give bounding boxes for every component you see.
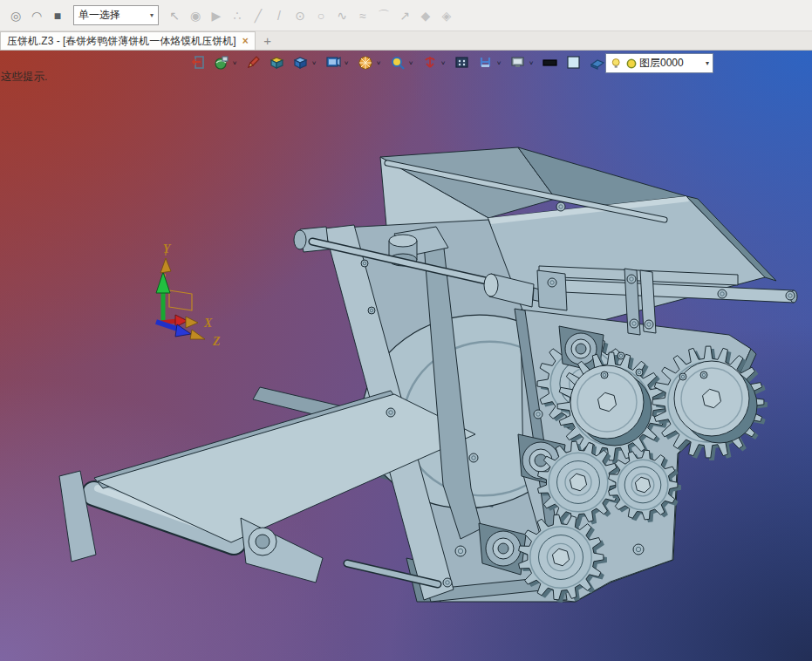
snap-filter-icon[interactable]: ◉: [185, 6, 206, 25]
chevron-down-icon[interactable]: ˅: [406, 59, 415, 67]
tab-bar: 压饼机.Z3 - [春饼烤鸭饼薄饼机一体烙馍机压饼机] × +: [0, 31, 812, 51]
surface-trim-icon[interactable]: ◈: [436, 6, 457, 25]
surface-icon[interactable]: ◆: [415, 6, 436, 25]
blue-swatch-icon[interactable]: [565, 54, 583, 72]
polyline-icon[interactable]: /: [269, 6, 290, 25]
chevron-down-icon[interactable]: ˅: [342, 59, 351, 67]
snap-grid-icon[interactable]: [454, 54, 471, 72]
axis-label-y: Y: [163, 242, 172, 256]
point-cloud-icon[interactable]: ∴: [227, 6, 248, 25]
circle-icon[interactable]: ○: [310, 6, 331, 25]
layer-bulb-icon: [610, 57, 623, 70]
lasso-curve-icon[interactable]: ◠: [26, 6, 47, 25]
view-toolbar: ˅˅˅˅˅˅˅˅˅: [183, 52, 615, 73]
close-icon[interactable]: ×: [242, 35, 249, 47]
wave-icon[interactable]: ≈: [352, 6, 373, 25]
shaded-display-icon[interactable]: [269, 54, 286, 72]
new-tab-button[interactable]: +: [256, 31, 280, 50]
chevron-down-icon[interactable]: ˅: [527, 59, 536, 67]
axis-label-z: Z: [212, 335, 221, 348]
model-svg[interactable]: Y X Z: [0, 51, 812, 661]
display-panel-icon[interactable]: [324, 54, 342, 72]
selection-mode-select[interactable]: 单一选择 ▾: [73, 5, 159, 25]
stop-square-icon[interactable]: ■: [47, 6, 68, 25]
chevron-down-icon[interactable]: ˅: [374, 59, 383, 67]
axis-label-x: X: [203, 317, 213, 330]
cube-view-icon[interactable]: [292, 54, 310, 72]
viewport-3d[interactable]: Y X Z: [0, 51, 812, 661]
layer-name: 图层0000: [639, 56, 684, 71]
play-icon[interactable]: ▶: [206, 6, 227, 25]
line-angle-icon[interactable]: ↗: [394, 6, 415, 25]
exit-sketch-icon[interactable]: [189, 54, 207, 72]
chevron-down-icon[interactable]: ˅: [439, 59, 447, 67]
spline-icon[interactable]: ∿: [331, 6, 352, 25]
top-toolbar-icons-left: ◎◠■: [5, 6, 68, 25]
chevron-down-icon: ▾: [150, 11, 154, 19]
chevron-down-icon[interactable]: ˅: [310, 59, 318, 67]
layer-combobox[interactable]: 图层0000 ▾: [605, 53, 713, 73]
arc-icon[interactable]: ⌒: [373, 6, 394, 25]
datum-anchor-icon[interactable]: [421, 54, 439, 72]
zoom-search-icon[interactable]: [389, 54, 406, 72]
selection-mode-value: 单一选择: [78, 8, 120, 23]
viewport-hint: 这些提示.: [1, 70, 47, 85]
top-toolbar: ◎◠■ 单一选择 ▾ ↖◉▶∴╱/⊙○∿≈⌒↗◆◈: [0, 0, 812, 31]
datum-triad: Y X Z: [156, 242, 221, 348]
layer-circle-icon: [624, 57, 638, 70]
chevron-down-icon[interactable]: ˅: [495, 59, 503, 67]
circle-center-icon[interactable]: ⊙: [290, 6, 310, 25]
pick-cursor-icon[interactable]: ↖: [164, 6, 185, 25]
nav-circle-icon[interactable]: ◎: [5, 6, 26, 25]
view-orientation-icon[interactable]: [213, 54, 230, 72]
monitor-icon[interactable]: [509, 54, 527, 72]
chevron-down-icon[interactable]: ˅: [230, 59, 239, 67]
line-icon[interactable]: ╱: [248, 6, 269, 25]
top-toolbar-icons-right: ↖◉▶∴╱/⊙○∿≈⌒↗◆◈: [164, 6, 457, 25]
chevron-down-icon: ▾: [706, 59, 709, 67]
color-wheel-icon[interactable]: [357, 54, 374, 72]
sketch-pencil-icon[interactable]: [245, 54, 263, 72]
document-tab-title: 压饼机.Z3 - [春饼烤鸭饼薄饼机一体烙馍机压饼机]: [7, 34, 236, 49]
eraser-icon[interactable]: [589, 54, 606, 72]
document-tab[interactable]: 压饼机.Z3 - [春饼烤鸭饼薄饼机一体烙馍机压饼机] ×: [0, 31, 256, 50]
black-swatch-icon[interactable]: [542, 54, 559, 72]
clamp-icon[interactable]: [477, 54, 495, 72]
